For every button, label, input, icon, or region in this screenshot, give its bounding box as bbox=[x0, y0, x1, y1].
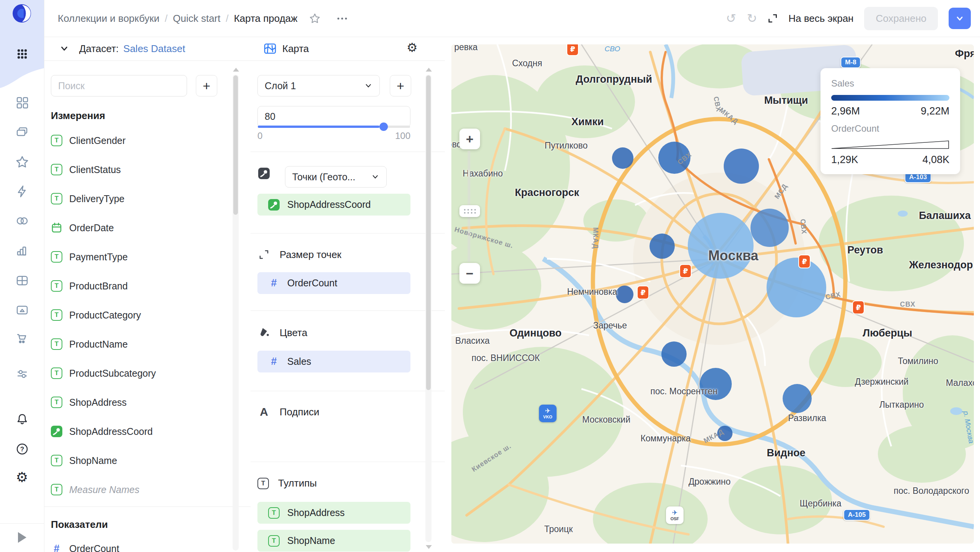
field-item-measure-names[interactable]: TMeasure Names bbox=[44, 479, 239, 500]
field-name: OrderDate bbox=[69, 222, 114, 234]
field-item-productbrand[interactable]: TProductBrand bbox=[44, 275, 239, 297]
marketplace-icon[interactable] bbox=[16, 332, 29, 345]
opacity-slider-fill bbox=[258, 126, 379, 128]
field-item-productsubcategory[interactable]: TProductSubcategory bbox=[44, 363, 239, 384]
dataset-panel-header[interactable]: Датасет: Sales Dataset bbox=[44, 37, 251, 61]
field-item-deliverytype[interactable]: TDeliveryType bbox=[44, 188, 239, 209]
map-canvas[interactable]: ревкаСВОСходняДолгопрудныйМытищиФряХимки… bbox=[451, 44, 974, 544]
undo-icon[interactable]: ↺ bbox=[726, 12, 736, 24]
map-label: Немчиновка bbox=[567, 287, 617, 297]
field-item-shopaddress[interactable]: TShopAddress bbox=[44, 392, 239, 413]
map-label: Москва bbox=[708, 248, 758, 264]
zoom-out-button[interactable]: − bbox=[459, 263, 480, 284]
breadcrumb-collections[interactable]: Коллекции и воркбуки bbox=[58, 13, 160, 24]
bell-icon[interactable] bbox=[16, 413, 29, 426]
field-item-paymenttype[interactable]: TPaymentType bbox=[44, 246, 239, 268]
labels-label: Подписи bbox=[280, 406, 319, 418]
scroll-down-arrow[interactable] bbox=[426, 545, 432, 549]
points-field-name: ShopAddressCoord bbox=[287, 199, 371, 210]
config-scrollbar[interactable] bbox=[425, 75, 431, 542]
dataset-panel-body: + Измерения TClientGenderTClientStatusTD… bbox=[44, 61, 251, 552]
field-name: ShopName bbox=[69, 455, 117, 466]
colors-section: Цвета bbox=[257, 326, 307, 339]
apps-grid-icon[interactable] bbox=[16, 47, 29, 60]
favorite-star-icon[interactable] bbox=[309, 13, 321, 24]
colors-field-chip[interactable]: # Sales bbox=[257, 351, 410, 372]
layer-opacity-control[interactable]: 80 bbox=[257, 106, 410, 127]
airport-badge: ✈OSF bbox=[666, 506, 684, 524]
connections-icon[interactable] bbox=[16, 214, 29, 227]
opacity-value[interactable]: 80 bbox=[265, 111, 275, 122]
help-icon[interactable]: ? bbox=[16, 443, 29, 456]
size-field-chip[interactable]: # OrderCount bbox=[257, 272, 410, 294]
section-divider bbox=[251, 391, 445, 391]
text-field-icon: T bbox=[51, 135, 62, 146]
tables-icon[interactable] bbox=[16, 274, 29, 287]
layer-select-value: Слой 1 bbox=[265, 80, 296, 91]
points-field-chip[interactable]: ShopAddressCoord bbox=[257, 194, 410, 216]
breadcrumb-current: Карта продаж bbox=[234, 13, 297, 24]
search-input[interactable] bbox=[51, 75, 187, 96]
left-rail: ? ⚙ bbox=[0, 0, 44, 552]
text-field-icon: T bbox=[51, 338, 62, 350]
add-layer-button[interactable]: + bbox=[390, 75, 411, 96]
map-label: пос. Володарского bbox=[894, 486, 969, 496]
field-item-ordercount[interactable]: #OrderCount bbox=[44, 538, 239, 552]
datalens-logo[interactable] bbox=[12, 4, 31, 23]
fullscreen-label[interactable]: На весь экран bbox=[788, 13, 853, 24]
breadcrumb-workbook[interactable]: Quick start bbox=[173, 13, 220, 24]
config-panel-header: Карта ⚙ bbox=[251, 37, 445, 61]
scroll-up-arrow[interactable] bbox=[233, 68, 239, 72]
storage-icon[interactable] bbox=[16, 304, 29, 317]
map-label: Малахов bbox=[946, 378, 974, 388]
colors-field-name: Sales bbox=[287, 356, 311, 367]
more-menu-icon[interactable] bbox=[337, 18, 347, 20]
field-item-productcategory[interactable]: TProductCategory bbox=[44, 304, 239, 326]
chart-settings-gear-icon[interactable]: ⚙ bbox=[407, 41, 418, 54]
field-item-shopaddresscoord[interactable]: ShopAddressCoord bbox=[44, 421, 239, 442]
dataset-scrollbar-thumb[interactable] bbox=[233, 75, 238, 215]
add-field-button[interactable]: + bbox=[196, 75, 217, 96]
opacity-slider-track[interactable] bbox=[258, 126, 410, 128]
field-item-productname[interactable]: TProductName bbox=[44, 333, 239, 355]
dashboards-icon[interactable] bbox=[16, 96, 29, 109]
settings-icon[interactable]: ⚙ bbox=[16, 470, 28, 484]
map-label: Долгопрудный bbox=[576, 73, 652, 85]
charts-icon[interactable] bbox=[16, 244, 29, 257]
zoom-drag-handle[interactable] bbox=[459, 205, 480, 217]
field-item-clientgender[interactable]: TClientGender bbox=[44, 130, 239, 151]
quick-actions-icon[interactable] bbox=[16, 185, 29, 198]
tooltip-field-chip-shopaddress[interactable]: TShopAddress bbox=[257, 502, 410, 524]
text-field-icon: T bbox=[268, 507, 280, 519]
chevron-down-icon[interactable] bbox=[59, 44, 69, 54]
layer-select[interactable]: Слой 1 bbox=[257, 75, 380, 96]
text-field-icon: T bbox=[51, 367, 62, 379]
dataset-name-link[interactable]: Sales Dataset bbox=[123, 43, 185, 55]
save-menu-button[interactable] bbox=[949, 8, 971, 29]
collections-icon[interactable] bbox=[16, 126, 29, 139]
dataset-scrollbar[interactable] bbox=[233, 75, 239, 550]
redo-icon[interactable]: ↻ bbox=[747, 12, 757, 24]
field-name: PaymentType bbox=[69, 252, 128, 263]
collapse-play-icon[interactable] bbox=[18, 532, 26, 543]
zoom-in-button[interactable]: + bbox=[459, 129, 480, 149]
services-icon[interactable] bbox=[16, 367, 29, 381]
metro-ruble-badge: ₽ bbox=[852, 300, 864, 314]
geopoints-icon bbox=[257, 167, 270, 180]
field-item-orderdate[interactable]: OrderDate bbox=[44, 217, 239, 238]
map-label: Мытищи bbox=[764, 95, 808, 106]
scroll-up-arrow[interactable] bbox=[426, 68, 432, 72]
tooltip-field-chip-shopname[interactable]: TShopName bbox=[257, 530, 410, 552]
opacity-slider-handle[interactable] bbox=[379, 122, 388, 131]
plane-icon: ✈ bbox=[545, 408, 550, 414]
config-scrollbar-thumb[interactable] bbox=[426, 75, 431, 390]
geotype-select[interactable]: Точки (Геото... bbox=[285, 166, 387, 188]
favorites-icon[interactable] bbox=[15, 155, 29, 169]
field-item-clientstatus[interactable]: TClientStatus bbox=[44, 159, 239, 180]
save-button[interactable]: Сохранено bbox=[864, 7, 938, 30]
metro-ruble-badge: ₽ bbox=[637, 286, 649, 299]
fullscreen-icon[interactable] bbox=[768, 13, 778, 23]
airport-badge: ✈VKO bbox=[539, 405, 557, 422]
field-item-shopname[interactable]: TShopName bbox=[44, 450, 239, 471]
number-field-icon: # bbox=[268, 356, 280, 367]
